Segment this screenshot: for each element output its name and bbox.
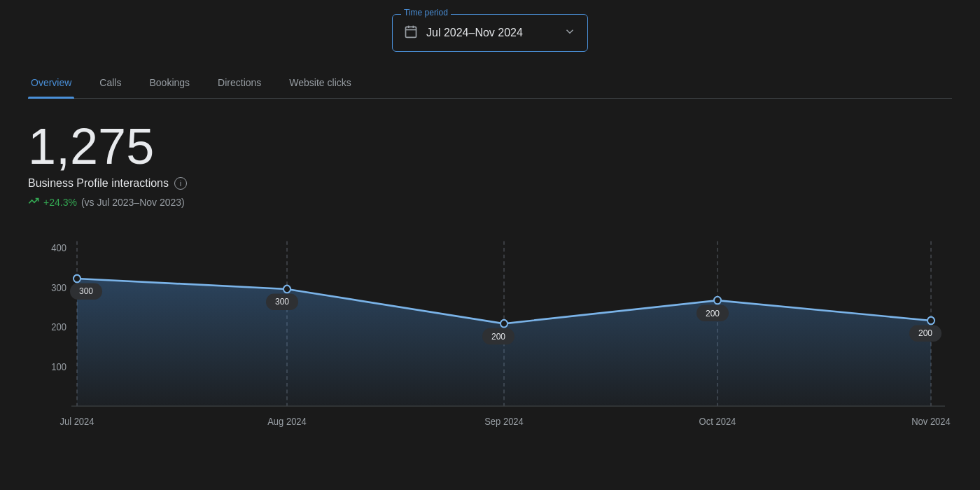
tooltip-sep: 200: [491, 331, 505, 341]
x-label-oct: Oct 2024: [699, 416, 736, 428]
time-period-container: Time period Jul 2024–Nov 2024: [28, 14, 952, 52]
y-label-400: 400: [51, 243, 66, 254]
trend-up-icon: [28, 195, 39, 209]
change-comparison: (vs Jul 2023–Nov 2023): [81, 197, 185, 208]
time-period-value: Jul 2024–Nov 2024: [426, 27, 555, 39]
page-wrapper: Time period Jul 2024–Nov 2024: [0, 0, 980, 436]
tooltip-aug: 300: [275, 297, 289, 307]
tab-bookings[interactable]: Bookings: [146, 69, 192, 98]
y-label-300: 300: [51, 283, 66, 294]
main-content: 1,275 Business Profile interactions i +2…: [28, 99, 952, 436]
tab-overview[interactable]: Overview: [28, 69, 74, 98]
metric-label-text: Business Profile interactions: [28, 177, 169, 190]
tabs-container: Overview Calls Bookings Directions Websi…: [28, 69, 952, 99]
x-label-nov: Nov 2024: [911, 416, 951, 428]
tooltip-nov: 200: [918, 328, 932, 338]
dropdown-arrow-icon: [564, 25, 576, 41]
time-period-label: Time period: [401, 8, 451, 18]
datapoint-nov: [927, 317, 934, 325]
y-label-100: 100: [51, 361, 66, 372]
x-label-aug: Aug 2024: [267, 416, 307, 428]
x-label-jul: Jul 2024: [59, 416, 94, 428]
change-percent: +24.3%: [43, 197, 77, 208]
tab-website-clicks[interactable]: Website clicks: [286, 69, 354, 98]
datapoint-oct: [714, 297, 721, 304]
chart-container: 400 300 200 100: [28, 226, 952, 436]
line-chart: 400 300 200 100: [28, 226, 952, 436]
time-period-selector[interactable]: Time period Jul 2024–Nov 2024: [392, 14, 588, 52]
y-label-200: 200: [51, 322, 66, 333]
info-icon[interactable]: i: [174, 177, 187, 190]
metric-value: 1,275: [28, 121, 952, 172]
metric-label-container: Business Profile interactions i: [28, 177, 952, 190]
datapoint-aug: [284, 286, 290, 293]
tab-calls[interactable]: Calls: [97, 69, 124, 98]
calendar-icon: [404, 24, 418, 42]
tab-directions[interactable]: Directions: [215, 69, 264, 98]
time-period-inner: Jul 2024–Nov 2024: [404, 15, 576, 51]
datapoint-jul: [74, 275, 80, 283]
datapoint-sep: [500, 320, 507, 328]
tooltip-oct: 200: [706, 308, 720, 318]
tooltip-jul: 300: [79, 286, 93, 296]
svg-rect-0: [406, 27, 416, 37]
x-label-sep: Sep 2024: [484, 416, 524, 428]
change-indicator: +24.3% (vs Jul 2023–Nov 2023): [28, 195, 952, 209]
